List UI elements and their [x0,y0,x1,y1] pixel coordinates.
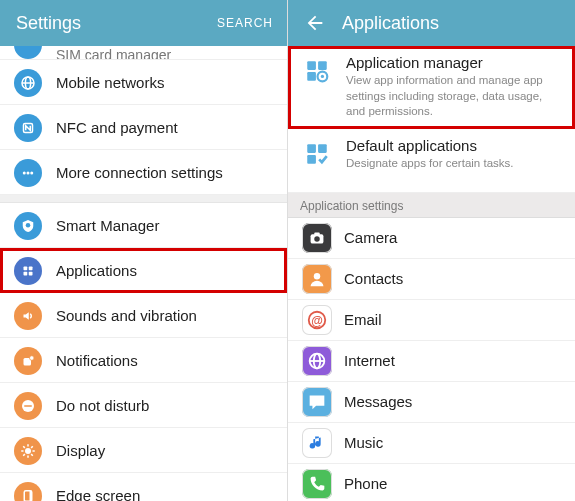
dnd-icon [14,392,42,420]
applications-header: Applications [288,0,575,46]
settings-row-label: More connection settings [56,164,223,181]
svg-rect-33 [318,144,327,153]
settings-row-label: Do not disturb [56,397,149,414]
svg-rect-28 [318,61,327,70]
app-row-label: Music [344,434,383,451]
settings-row-more-connection-settings[interactable]: More connection settings [0,150,287,195]
app-row-label: Email [344,311,382,328]
svg-rect-11 [29,272,33,276]
settings-row-sounds-and-vibration[interactable]: Sounds and vibration [0,293,287,338]
globe-icon [14,69,42,97]
settings-row-label: Notifications [56,352,138,369]
nfc-icon [14,114,42,142]
svg-point-4 [23,172,26,175]
app-row-label: Camera [344,229,397,246]
svg-point-36 [314,236,320,242]
manager-icon [302,56,332,86]
app-row-label: Phone [344,475,387,492]
settings-header: Settings SEARCH [0,0,287,46]
card-default-applications[interactable]: Default applicationsDesignate apps for c… [288,129,575,193]
app-row-camera[interactable]: Camera [288,218,575,259]
settings-row-sim[interactable]: SIM card manager [0,46,287,60]
svg-rect-8 [24,267,28,271]
svg-rect-15 [24,405,32,407]
settings-row-nfc-and-payment[interactable]: NFC and payment [0,105,287,150]
display-icon [14,437,42,465]
app-settings-section-header: Application settings [288,193,575,218]
card-sub: Designate apps for certain tasks. [346,156,513,172]
svg-rect-37 [314,232,320,235]
card-application-manager[interactable]: Application managerView app information … [288,46,575,129]
svg-line-22 [31,454,33,456]
back-button[interactable] [304,12,326,34]
settings-row-label: NFC and payment [56,119,178,136]
settings-row-label: Sounds and vibration [56,307,197,324]
svg-rect-27 [307,61,316,70]
svg-line-21 [23,446,25,448]
contacts-app-icon [302,264,332,294]
settings-title: Settings [16,13,81,34]
applications-list[interactable]: Application managerView app information … [288,46,575,501]
app-row-contacts[interactable]: Contacts [288,259,575,300]
settings-row-applications[interactable]: Applications [0,248,287,293]
app-row-label: Messages [344,393,412,410]
settings-row-notifications[interactable]: Notifications [0,338,287,383]
settings-pane: Settings SEARCH SIM card manager Mobile … [0,0,288,501]
svg-text:@: @ [311,313,323,327]
svg-point-6 [30,172,33,175]
card-label: Application manager [346,54,561,71]
applications-pane: Applications Application managerView app… [288,0,575,501]
app-row-music[interactable]: Music [288,423,575,464]
app-row-messages[interactable]: Messages [288,382,575,423]
app-row-phone[interactable]: Phone [288,464,575,501]
svg-point-38 [314,273,320,279]
svg-rect-32 [307,144,316,153]
apps-icon [14,257,42,285]
default-icon [302,139,332,169]
dots-icon [14,159,42,187]
svg-point-31 [321,75,324,78]
edge-icon [14,482,42,501]
card-sub: View app information and manage app sett… [346,73,561,120]
settings-row-edge-screen[interactable]: Edge screen [0,473,287,501]
settings-row-label: Edge screen [56,487,140,502]
applications-title: Applications [342,13,439,34]
svg-line-24 [31,446,33,448]
svg-point-5 [27,172,30,175]
svg-point-16 [25,448,31,454]
card-label: Default applications [346,137,513,154]
svg-rect-29 [307,72,316,81]
music-app-icon [302,428,332,458]
settings-row-label: SIM card manager [56,47,171,60]
sim-icon [14,46,42,59]
phone-app-icon [302,469,332,499]
app-row-label: Internet [344,352,395,369]
settings-row-do-not-disturb[interactable]: Do not disturb [0,383,287,428]
svg-point-13 [30,356,35,361]
svg-rect-9 [29,267,33,271]
settings-list[interactable]: SIM card manager Mobile networksNFC and … [0,46,287,501]
svg-rect-26 [30,491,32,501]
settings-row-label: Mobile networks [56,74,164,91]
search-button[interactable]: SEARCH [217,16,273,30]
settings-row-label: Applications [56,262,137,279]
internet-app-icon [302,346,332,376]
settings-row-smart-manager[interactable]: Smart Manager [0,203,287,248]
settings-row-label: Smart Manager [56,217,159,234]
settings-row-mobile-networks[interactable]: Mobile networks [0,60,287,105]
shield-icon [14,212,42,240]
settings-row-display[interactable]: Display [0,428,287,473]
email-app-icon: @ [302,305,332,335]
app-row-label: Contacts [344,270,403,287]
sound-icon [14,302,42,330]
settings-row-label: Display [56,442,105,459]
svg-rect-34 [307,155,316,164]
svg-point-7 [26,223,31,228]
svg-line-23 [23,454,25,456]
svg-rect-10 [24,272,28,276]
camera-app-icon [302,223,332,253]
messages-app-icon [302,387,332,417]
app-row-internet[interactable]: Internet [288,341,575,382]
app-row-email[interactable]: @Email [288,300,575,341]
badge-icon [14,347,42,375]
